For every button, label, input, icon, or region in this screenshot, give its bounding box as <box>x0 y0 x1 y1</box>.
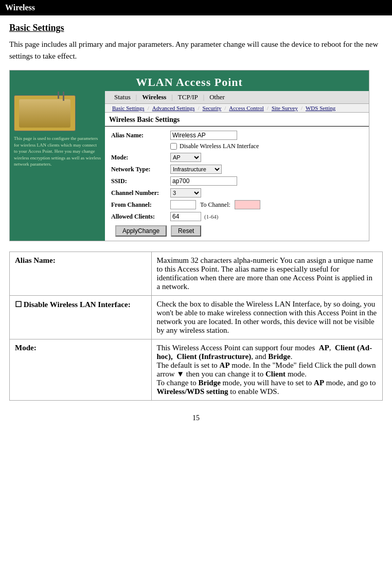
section-title: Basic Settings <box>9 23 383 33</box>
sub-nav-advanced[interactable]: Advanced Settings <box>149 104 198 112</box>
sub-nav-security[interactable]: Security <box>200 104 225 112</box>
allowed-row: (1-64) <box>170 212 219 221</box>
sub-nav-basic-settings[interactable]: Basic Settings <box>109 104 148 112</box>
apply-button[interactable]: ApplyChange <box>115 225 167 237</box>
device-header: WLAN Access Point <box>10 70 369 91</box>
table-row: Mode: This Wireless Access Point can sup… <box>10 339 383 401</box>
term-mode: Mode: <box>10 339 152 401</box>
network-type-select[interactable]: Infrastructure <box>170 165 222 174</box>
nav-status[interactable]: Status <box>109 92 136 102</box>
intro-text: This page includes all primary and major… <box>9 39 383 62</box>
alias-row: Alias Name: <box>111 131 363 140</box>
disable-checkbox[interactable] <box>170 143 177 150</box>
channel-range: To Channel: <box>170 200 260 209</box>
disable-row: Disable Wireless LAN Interface <box>111 142 363 150</box>
ssid-label: SSID: <box>111 177 170 185</box>
desc-disable: Check the box to disable the Wireless LA… <box>151 296 383 339</box>
alias-label: Alias Name: <box>111 132 170 139</box>
allowed-label: Allowed Clients: <box>111 213 170 221</box>
nav-bar: Status | Wireless | TCP/IP | Other <box>105 91 369 104</box>
sub-nav-site-survey[interactable]: Site Survey <box>269 104 301 112</box>
device-left-panel: This page is used to configure the param… <box>10 91 105 241</box>
table-row: ☐ Disable Wireless LAN Interface: Check … <box>10 296 383 339</box>
panel-title: Wireless Basic Settings <box>105 113 369 127</box>
device-inner: This page is used to configure the param… <box>10 91 369 241</box>
table-row: Alias Name: Maximum 32 characters alpha-… <box>10 252 383 296</box>
network-type-label: Network Type: <box>111 166 170 173</box>
term-disable: ☐ Disable Wireless LAN Interface: <box>10 296 152 339</box>
ssid-row: SSID: <box>111 176 363 186</box>
mode-select[interactable]: AP <box>170 153 201 162</box>
description-table: Alias Name: Maximum 32 characters alpha-… <box>9 252 383 401</box>
to-channel-input[interactable] <box>235 200 260 209</box>
ssid-input[interactable] <box>170 176 237 186</box>
channel-select[interactable]: 3 <box>170 188 201 198</box>
form-area: Alias Name: Disable Wireless LAN Interfa… <box>105 127 369 241</box>
device-screenshot: WLAN Access Point This page is used to c… <box>9 70 369 241</box>
mode-label: Mode: <box>111 154 170 162</box>
disable-label: Disable Wireless LAN Interface <box>180 142 259 150</box>
page-number: 15 <box>9 409 383 427</box>
desc-alias: Maximum 32 characters alpha-numeric You … <box>151 252 383 296</box>
term-alias: Alias Name: <box>10 252 152 296</box>
allowed-clients-row: Allowed Clients: (1-64) <box>111 212 363 221</box>
from-channel-input[interactable] <box>170 200 196 209</box>
network-type-row: Network Type: Infrastructure <box>111 165 363 174</box>
from-channel-label: From Channel: <box>111 201 170 209</box>
page-title-bar: Wireless <box>0 0 392 15</box>
channel-row: Channel Number: 3 <box>111 188 363 198</box>
main-content: Basic Settings This page includes all pr… <box>0 23 392 427</box>
to-channel-label: To Channel: <box>200 201 230 209</box>
device-description: This page is used to configure the param… <box>14 135 101 168</box>
mode-row: Mode: AP <box>111 153 363 162</box>
allowed-range-hint: (1-64) <box>204 213 219 220</box>
button-row: ApplyChange Reset <box>111 225 363 237</box>
nav-other[interactable]: Other <box>204 92 230 102</box>
device-right-panel: Status | Wireless | TCP/IP | Other Basic… <box>105 91 369 241</box>
reset-button[interactable]: Reset <box>171 225 201 237</box>
channel-label: Channel Number: <box>111 189 170 197</box>
nav-tcpip[interactable]: TCP/IP <box>173 92 203 102</box>
sub-nav-bar: Basic Settings / Advanced Settings / Sec… <box>105 104 369 113</box>
nav-wireless[interactable]: Wireless <box>137 92 171 102</box>
channel-range-row: From Channel: To Channel: <box>111 200 363 209</box>
router-image <box>14 95 76 131</box>
sub-nav-access-control[interactable]: Access Control <box>226 104 267 112</box>
desc-mode: This Wireless Access Point can support f… <box>151 339 383 401</box>
sub-nav-wds[interactable]: WDS Setting <box>302 104 338 112</box>
allowed-input[interactable] <box>170 212 201 221</box>
alias-input[interactable] <box>170 131 237 140</box>
